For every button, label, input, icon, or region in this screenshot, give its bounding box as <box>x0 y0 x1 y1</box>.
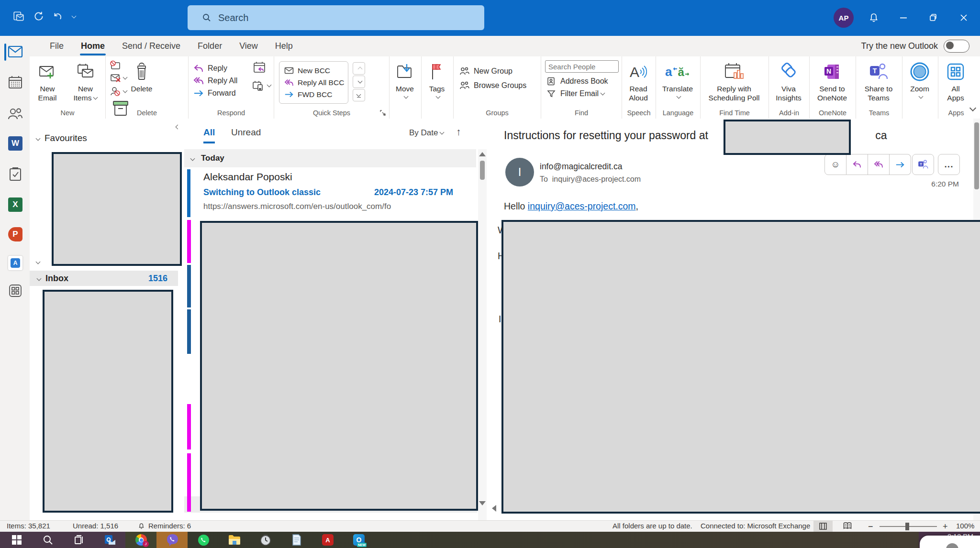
reactions-button[interactable]: ☺ <box>824 154 846 175</box>
tab-home[interactable]: Home <box>72 36 113 56</box>
share-to-teams-button[interactable]: T <box>912 154 934 175</box>
new-group-button[interactable]: New Group <box>458 64 541 78</box>
taskbar-search-icon[interactable] <box>41 533 55 547</box>
taskbar-file-explorer-icon[interactable] <box>228 533 241 547</box>
tab-file[interactable]: File <box>41 36 72 56</box>
zoom-out-button[interactable]: − <box>868 522 873 532</box>
viva-insights-button[interactable]: VivaInsights <box>769 56 808 102</box>
message-item[interactable]: Aleksandar Poposki Switching to Outlook … <box>184 168 477 219</box>
task-view-icon[interactable] <box>72 533 86 547</box>
search-people-input[interactable] <box>545 60 619 73</box>
forward-button[interactable] <box>890 154 911 175</box>
rail-powerpoint-icon[interactable]: P <box>7 226 23 242</box>
floating-overlay-widget[interactable] <box>920 536 980 548</box>
rail-excel-icon[interactable]: X <box>7 197 23 213</box>
new-items-button[interactable]: New Items <box>67 56 103 102</box>
browse-groups-button[interactable]: Browse Groups <box>458 78 541 93</box>
zoom-in-button[interactable]: + <box>943 522 948 532</box>
recipient-email[interactable]: inquiry@aces-project.com <box>552 175 641 183</box>
junk-button[interactable] <box>110 73 127 83</box>
rail-word-icon[interactable]: W <box>7 135 23 152</box>
rail-addin-app-icon[interactable]: A <box>7 255 23 271</box>
reply-button[interactable] <box>846 154 868 175</box>
customize-quick-access-chevron-icon[interactable] <box>70 14 76 19</box>
send-to-onenote-button[interactable]: N Send toOneNote <box>810 56 855 102</box>
minimize-button[interactable] <box>893 7 914 28</box>
quick-steps-scroll-down[interactable] <box>353 76 365 88</box>
normal-view-button[interactable] <box>813 521 833 532</box>
read-aloud-button[interactable]: A ReadAloud <box>622 56 655 102</box>
quick-steps-scroll-up[interactable] <box>353 62 365 75</box>
group-header-today[interactable]: Today <box>184 149 476 167</box>
rail-mail-icon[interactable] <box>7 44 23 60</box>
filter-tab-all[interactable]: All <box>203 127 215 143</box>
share-to-teams-button[interactable]: T Share toTeams <box>856 56 901 102</box>
reading-pane-scrollbar-thumb[interactable] <box>974 122 979 189</box>
tab-folder[interactable]: Folder <box>189 36 231 56</box>
rail-todo-icon[interactable] <box>7 166 23 182</box>
rail-calendar-icon[interactable] <box>7 74 23 90</box>
start-button-icon[interactable] <box>10 533 23 547</box>
reading-view-button[interactable] <box>843 522 852 529</box>
translate-button[interactable]: a ă Translate <box>656 56 699 99</box>
taskbar-notepad-icon[interactable] <box>290 533 303 547</box>
search-input[interactable]: Search <box>188 5 484 30</box>
all-apps-button[interactable]: AllApps <box>938 56 973 102</box>
zoom-slider-thumb[interactable] <box>905 523 909 530</box>
taskbar-viber-icon[interactable] <box>166 533 179 547</box>
filter-email-button[interactable]: Filter Email <box>545 88 622 100</box>
new-email-button[interactable]: NewEmail <box>30 56 65 102</box>
zoom-button[interactable]: Zoom <box>902 56 937 99</box>
filter-tab-unread[interactable]: Unread <box>231 127 261 138</box>
quick-step-reply-all-bcc[interactable]: Reply All BCC <box>283 77 344 88</box>
ignore-button[interactable] <box>110 60 121 71</box>
tab-view[interactable]: View <box>231 36 267 56</box>
taskbar-clock-app-icon[interactable] <box>259 533 272 547</box>
move-button[interactable]: Move <box>390 56 420 99</box>
sender-email[interactable]: info@magicalcredit.ca <box>540 162 622 172</box>
collapse-reading-pane-icon[interactable] <box>492 505 496 512</box>
sender-avatar[interactable]: I <box>505 158 534 186</box>
taskbar-chrome-icon[interactable]: J <box>134 533 148 547</box>
more-actions-button[interactable]: ... <box>938 154 960 175</box>
block-sender-button[interactable] <box>110 86 127 97</box>
tab-send-receive[interactable]: Send / Receive <box>113 36 189 56</box>
tab-help[interactable]: Help <box>267 36 301 56</box>
folder-inbox-row[interactable]: Inbox 1516 <box>30 271 178 286</box>
notifications-bell-icon[interactable] <box>863 7 884 28</box>
taskbar-whatsapp-icon[interactable] <box>197 533 210 547</box>
email-link[interactable]: inquiry@aces-project.com <box>528 201 636 211</box>
reply-with-meeting-button[interactable] <box>253 61 267 75</box>
taskbar-new-outlook-icon[interactable]: O NEW <box>352 533 366 547</box>
restore-button[interactable] <box>923 7 944 28</box>
send-receive-all-icon[interactable] <box>12 11 25 23</box>
account-avatar[interactable]: AP <box>834 8 854 28</box>
account-header[interactable] <box>36 260 40 263</box>
close-button[interactable] <box>953 7 974 28</box>
taskbar-acrobat-icon[interactable]: A <box>321 533 334 547</box>
sync-icon[interactable] <box>33 10 45 22</box>
favourites-header[interactable]: Favourites <box>36 133 87 143</box>
reply-all-button[interactable] <box>868 154 890 175</box>
delete-button[interactable]: Delete <box>127 56 156 93</box>
taskbar-outlook-classic-icon[interactable]: O <box>103 533 117 547</box>
quick-steps-dialog-launcher-icon[interactable] <box>379 110 386 116</box>
quick-steps-more[interactable] <box>353 89 365 101</box>
scroll-down-icon[interactable] <box>479 501 486 505</box>
rail-people-icon[interactable] <box>7 106 23 122</box>
collapse-folder-pane-icon[interactable] <box>174 123 179 132</box>
try-new-outlook-toggle[interactable] <box>944 40 969 53</box>
sort-direction-icon[interactable]: ↑ <box>456 126 461 138</box>
message-list-scrollbar[interactable] <box>478 149 487 520</box>
collapse-ribbon-chevron-icon[interactable] <box>968 105 975 114</box>
quick-step-fwd-bcc[interactable]: FWD BCC <box>283 88 344 100</box>
scheduling-poll-button[interactable]: Reply withScheduling Poll <box>701 56 768 102</box>
overlay-button-circle[interactable] <box>946 543 958 548</box>
message-list-scrollbar-thumb[interactable] <box>480 161 485 180</box>
scroll-up-icon[interactable] <box>479 152 486 156</box>
tags-button[interactable]: Tags <box>422 56 452 99</box>
undo-icon[interactable] <box>52 10 64 22</box>
zoom-percentage[interactable]: 100% <box>956 522 974 530</box>
address-book-button[interactable]: Address Book <box>545 75 622 88</box>
sort-by-date-dropdown[interactable]: By Date <box>409 128 444 138</box>
